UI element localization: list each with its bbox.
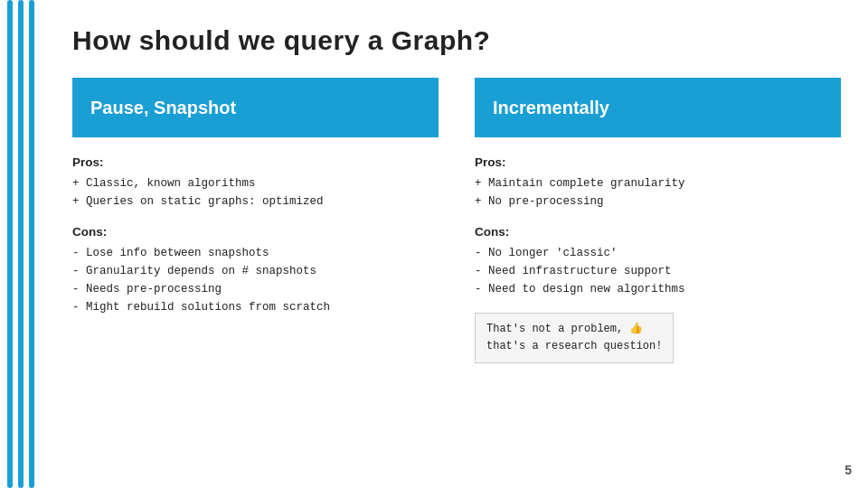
right-pros-label: Pros: (475, 155, 841, 169)
left-pros-content: + Classic, known algorithms + Queries on… (72, 174, 439, 211)
line-2 (18, 0, 24, 488)
right-cons-item-3: - Need to design new algorithms (475, 280, 841, 298)
decorative-lines (0, 0, 54, 488)
left-cons-item-1: - Lose info between snapshots (72, 244, 439, 262)
left-pros-item-1: + Classic, known algorithms (72, 174, 439, 192)
highlight-text-2: that's a research question! (486, 338, 662, 355)
left-pros-label: Pros: (72, 155, 439, 169)
left-column-header: Pause, Snapshot (72, 78, 439, 137)
right-cons-item-1: - No longer 'classic' (475, 244, 841, 262)
left-column: Pause, Snapshot Pros: + Classic, known a… (72, 78, 439, 363)
right-cons-item-2: - Need infrastructure support (475, 262, 841, 280)
left-cons-label: Cons: (72, 225, 439, 239)
right-pros-item-1: + Maintain complete granularity (475, 174, 841, 192)
columns-row: Pause, Snapshot Pros: + Classic, known a… (72, 78, 841, 363)
left-cons-item-4: - Might rebuild solutions from scratch (72, 298, 439, 316)
left-cons-item-2: - Granularity depends on # snapshots (72, 262, 439, 280)
main-content: How should we query a Graph? Pause, Snap… (54, 0, 868, 488)
left-cons-item-3: - Needs pre-processing (72, 280, 439, 298)
left-pros-item-2: + Queries on static graphs: optimized (72, 192, 439, 211)
page-number: 5 (844, 463, 852, 477)
right-cons-content: - No longer 'classic' - Need infrastruct… (475, 244, 841, 298)
right-pros-content: + Maintain complete granularity + No pre… (475, 174, 841, 211)
right-cons-label: Cons: (475, 225, 841, 239)
right-column: Incrementally Pros: + Maintain complete … (475, 78, 841, 363)
page-title: How should we query a Graph? (72, 25, 841, 56)
left-cons-content: - Lose info between snapshots - Granular… (72, 244, 439, 316)
line-3 (29, 0, 34, 488)
highlight-text: That's not a problem, 👍 (486, 321, 662, 338)
highlight-box: That's not a problem, 👍 that's a researc… (475, 313, 674, 363)
line-1 (7, 0, 13, 488)
right-pros-item-2: + No pre-processing (475, 192, 841, 211)
right-column-header: Incrementally (475, 78, 841, 137)
